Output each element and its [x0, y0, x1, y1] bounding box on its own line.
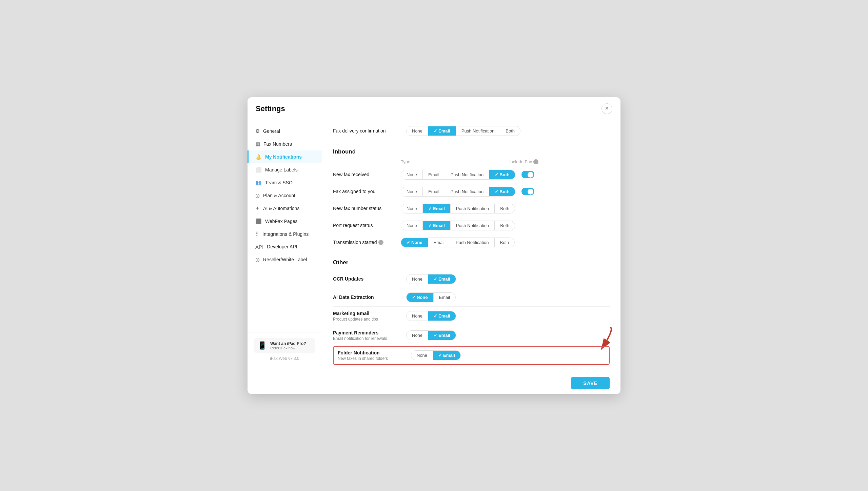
- other-row-sub-payment-reminders: Email notification for renewals: [333, 336, 401, 341]
- sidebar-label-ai-automations: AI & Automations: [263, 206, 299, 211]
- ipad-promo-banner[interactable]: 📱 Want an iPad Pro? Refer iFax now: [254, 338, 315, 353]
- inbound-btn-group-3: None✓EmailPush NotificationBoth: [401, 221, 515, 230]
- other-option-ocr-updates-email[interactable]: ✓Email: [428, 274, 456, 284]
- other-row-info-ai-data-extraction: AI Data Extraction: [333, 294, 401, 300]
- sidebar-item-integrations-plugins[interactable]: ⠿ Integrations & Plugins: [248, 228, 322, 241]
- other-option-ai-data-extraction-none[interactable]: ✓None: [407, 293, 434, 302]
- inbound-toggle-0[interactable]: [521, 171, 534, 178]
- other-option-folder-notification-none[interactable]: None: [411, 351, 433, 360]
- inbound-option-2-push-notification[interactable]: Push Notification: [451, 204, 495, 213]
- inbound-option-3-both[interactable]: Both: [495, 221, 515, 230]
- inbound-row-3: Port request status None✓EmailPush Notif…: [333, 217, 610, 234]
- sidebar-icon-manage-labels: ⬜: [255, 167, 262, 173]
- inbound-option-0-none[interactable]: None: [401, 170, 423, 179]
- fax-delivery-option-email[interactable]: ✓Email: [428, 126, 456, 136]
- inbound-heading: Inbound: [333, 148, 610, 155]
- sidebar-item-general[interactable]: ⚙ General: [248, 125, 322, 138]
- other-option-folder-notification-email[interactable]: ✓Email: [433, 351, 460, 360]
- sidebar-bottom: 📱 Want an iPad Pro? Refer iFax now iFax …: [248, 332, 322, 366]
- fax-delivery-row: Fax delivery confirmation None✓EmailPush…: [333, 126, 610, 142]
- inbound-row-4: Transmission started i ✓NoneEmailPush No…: [333, 234, 610, 251]
- promo-title: Want an iPad Pro?: [270, 341, 306, 346]
- sidebar-label-developer-api: Developer API: [267, 244, 297, 249]
- sidebar-icon-my-notifications: 🔔: [255, 154, 262, 160]
- ipad-icon: 📱: [258, 341, 267, 350]
- version-label: iFax Web v7.3.0: [254, 356, 315, 361]
- other-option-marketing-email-none[interactable]: None: [407, 311, 428, 321]
- notification-label-1: Fax assigned to you: [333, 189, 401, 194]
- close-button[interactable]: ×: [601, 103, 612, 114]
- modal-body: ⚙ General ▦ Fax Numbers 🔔 My Notificatio…: [248, 119, 620, 372]
- other-btn-group-ocr-updates: None✓Email: [406, 274, 456, 284]
- inbound-option-2-none[interactable]: None: [401, 204, 423, 213]
- sidebar-icon-ai-automations: ✦: [255, 205, 260, 211]
- other-row-info-ocr-updates: OCR Updates: [333, 276, 401, 282]
- sidebar-label-my-notifications: My Notifications: [265, 154, 302, 160]
- other-btn-group-marketing-email: None✓Email: [406, 311, 456, 321]
- fax-delivery-label: Fax delivery confirmation: [333, 128, 401, 134]
- col-include-fax-label: Include Fax i: [509, 159, 538, 164]
- sidebar: ⚙ General ▦ Fax Numbers 🔔 My Notificatio…: [248, 119, 322, 372]
- other-row-ocr-updates: OCR Updates None✓Email: [333, 270, 610, 288]
- other-option-payment-reminders-email[interactable]: ✓Email: [428, 331, 456, 340]
- other-row-sub-folder-notification: New faxes in shared folders: [338, 356, 406, 361]
- modal-header: Settings ×: [248, 97, 620, 119]
- inbound-label-2: New fax number status: [333, 206, 381, 211]
- other-row-title-ai-data-extraction: AI Data Extraction: [333, 294, 401, 300]
- sidebar-item-fax-numbers[interactable]: ▦ Fax Numbers: [248, 138, 322, 150]
- sidebar-item-plan-account[interactable]: ◎ Plan & Account: [248, 189, 322, 202]
- fax-delivery-option-both[interactable]: Both: [500, 126, 520, 136]
- other-row-wrapper-marketing-email: Marketing Email Product updates and tips…: [333, 307, 610, 326]
- table-header: Type Include Fax i: [333, 159, 610, 164]
- include-fax-info-icon[interactable]: i: [533, 159, 538, 164]
- sidebar-item-webfax-pages[interactable]: ⬛ WebFax Pages: [248, 215, 322, 228]
- sidebar-item-my-notifications[interactable]: 🔔 My Notifications: [248, 150, 322, 163]
- sidebar-label-reseller-white-label: Reseller/White Label: [263, 257, 307, 262]
- sidebar-item-developer-api[interactable]: API Developer API: [248, 241, 322, 253]
- fax-delivery-option-push-notification[interactable]: Push Notification: [456, 126, 500, 136]
- inbound-option-2-both[interactable]: Both: [495, 204, 515, 213]
- inbound-option-0-both[interactable]: ✓Both: [489, 170, 515, 179]
- other-option-ocr-updates-none[interactable]: None: [407, 274, 428, 284]
- sidebar-item-manage-labels[interactable]: ⬜ Manage Labels: [248, 163, 322, 176]
- inbound-option-2-email[interactable]: ✓Email: [423, 204, 451, 213]
- promo-subtitle: Refer iFax now: [270, 346, 306, 350]
- inbound-option-4-push-notification[interactable]: Push Notification: [450, 238, 495, 247]
- main-content: Fax delivery confirmation None✓EmailPush…: [322, 119, 620, 372]
- inbound-option-0-email[interactable]: Email: [423, 170, 445, 179]
- other-row-ai-data-extraction: AI Data Extraction ✓NoneEmail: [333, 288, 610, 307]
- inbound-option-0-push-notification[interactable]: Push Notification: [445, 170, 490, 179]
- other-row-title-ocr-updates: OCR Updates: [333, 276, 401, 282]
- save-button[interactable]: SAVE: [571, 377, 610, 389]
- fax-delivery-option-none[interactable]: None: [407, 126, 428, 136]
- inbound-option-1-none[interactable]: None: [401, 187, 423, 196]
- inbound-option-3-email[interactable]: ✓Email: [423, 221, 451, 230]
- other-row-wrapper-ai-data-extraction: AI Data Extraction ✓NoneEmail: [333, 288, 610, 307]
- notification-label-3: Port request status: [333, 223, 401, 228]
- sidebar-item-reseller-white-label[interactable]: ◎ Reseller/White Label: [248, 253, 322, 266]
- inbound-option-1-push-notification[interactable]: Push Notification: [445, 187, 490, 196]
- other-option-ai-data-extraction-email[interactable]: Email: [434, 293, 456, 302]
- inbound-option-4-none[interactable]: ✓None: [401, 238, 428, 247]
- inbound-option-3-push-notification[interactable]: Push Notification: [451, 221, 495, 230]
- inbound-option-4-email[interactable]: Email: [428, 238, 451, 247]
- other-btn-group-payment-reminders: None✓Email: [406, 330, 456, 340]
- sidebar-item-team-sso[interactable]: 👥 Team & SSO: [248, 176, 322, 189]
- row-info-icon-4[interactable]: i: [378, 240, 383, 245]
- other-option-payment-reminders-none[interactable]: None: [407, 331, 428, 340]
- sidebar-icon-webfax-pages: ⬛: [255, 218, 262, 224]
- other-row-marketing-email: Marketing Email Product updates and tips…: [333, 307, 610, 326]
- inbound-btn-group-2: None✓EmailPush NotificationBoth: [401, 204, 515, 213]
- other-row-wrapper-ocr-updates: OCR Updates None✓Email: [333, 270, 610, 288]
- other-option-marketing-email-email[interactable]: ✓Email: [428, 311, 456, 321]
- inbound-option-3-none[interactable]: None: [401, 221, 423, 230]
- inbound-row-2: New fax number status None✓EmailPush Not…: [333, 200, 610, 217]
- inbound-option-1-both[interactable]: ✓Both: [489, 187, 515, 196]
- inbound-option-4-both[interactable]: Both: [495, 238, 515, 247]
- sidebar-icon-integrations-plugins: ⠿: [255, 231, 259, 237]
- inbound-option-1-email[interactable]: Email: [423, 187, 445, 196]
- inbound-toggle-1[interactable]: [521, 188, 534, 195]
- sidebar-label-fax-numbers: Fax Numbers: [263, 141, 292, 147]
- sidebar-item-ai-automations[interactable]: ✦ AI & Automations: [248, 202, 322, 215]
- other-btn-group-folder-notification: None✓Email: [411, 350, 461, 360]
